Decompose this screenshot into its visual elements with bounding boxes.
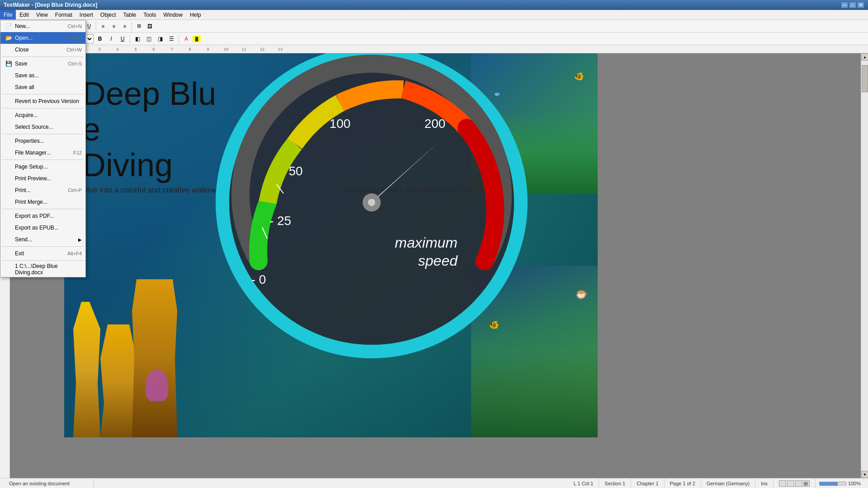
menu-exit[interactable]: Exit Alt+F4 bbox=[0, 248, 85, 259]
menu-select-source[interactable]: Select Source... bbox=[0, 121, 85, 133]
view-normal-button[interactable] bbox=[779, 480, 786, 487]
menu-file[interactable]: File bbox=[0, 10, 16, 19]
underline-format-button[interactable]: U bbox=[118, 34, 127, 43]
menu-close-label: Close bbox=[15, 47, 66, 53]
menu-page-setup[interactable]: Page Setup... bbox=[0, 161, 85, 173]
insert-image-button[interactable]: 🖼 bbox=[145, 21, 155, 31]
svg-text:100: 100 bbox=[330, 117, 351, 131]
document-page: 🐠 🐟 🐡 🐠 Deep Blu e Diving bbox=[64, 53, 598, 437]
align-left-button[interactable]: ≡ bbox=[98, 21, 108, 31]
title-line2: e bbox=[82, 112, 216, 147]
align-left-fmt-button[interactable]: ◧ bbox=[132, 34, 142, 43]
print-preview-icon bbox=[4, 174, 13, 183]
maximize-button[interactable]: □ bbox=[849, 2, 856, 8]
menu-export-epub[interactable]: Export as EPUB... bbox=[0, 222, 85, 234]
toolbar-sep-3 bbox=[96, 22, 96, 31]
view-outline-button[interactable] bbox=[787, 480, 794, 487]
menu-open-shortcut: Ctrl+O bbox=[67, 35, 82, 41]
status-language-text: German (Germany) bbox=[707, 481, 750, 486]
scroll-thumb[interactable] bbox=[862, 65, 868, 92]
bold-format-button[interactable]: B bbox=[95, 34, 105, 43]
exit-icon bbox=[4, 249, 13, 258]
menu-exit-label: Exit bbox=[15, 250, 67, 257]
menu-bar: File Edit View Format Insert Object Tabl… bbox=[0, 10, 868, 20]
save-icon: 💾 bbox=[4, 59, 13, 68]
menu-file-manager[interactable]: File Manager... F12 bbox=[0, 147, 85, 159]
view-web-button[interactable] bbox=[795, 480, 802, 487]
menu-print-preview[interactable]: Print Preview... bbox=[0, 173, 85, 184]
send-arrow-icon: ▶ bbox=[78, 237, 82, 242]
status-position-text: L 1 Col 1 bbox=[574, 481, 594, 486]
file-manager-icon bbox=[4, 148, 13, 157]
menu-window[interactable]: Window bbox=[160, 10, 186, 19]
minimize-button[interactable]: — bbox=[841, 2, 848, 8]
tropical-fish-emoji: 🐡 bbox=[575, 288, 589, 301]
document-area: 🐠 🐟 🐡 🐠 Deep Blu e Diving bbox=[10, 53, 861, 478]
print-merge-icon bbox=[4, 197, 13, 206]
menu-sep-6 bbox=[2, 209, 84, 209]
menu-insert[interactable]: Insert bbox=[76, 10, 97, 19]
menu-export-pdf-label: Export as PDF... bbox=[15, 213, 82, 219]
status-chapter: Chapter 1 bbox=[631, 479, 664, 488]
speedometer: - 0 - 25 50 100 200 bbox=[213, 53, 530, 361]
menu-object[interactable]: Object bbox=[97, 10, 120, 19]
status-section: Section 1 bbox=[599, 479, 631, 488]
menu-close-shortcut: Ctrl+W bbox=[66, 47, 82, 52]
status-chapter-text: Chapter 1 bbox=[637, 481, 658, 486]
menu-save-label: Save bbox=[15, 61, 68, 67]
toolbar-sep-4 bbox=[132, 22, 132, 31]
svg-point-11 bbox=[368, 199, 375, 206]
close-button[interactable]: ✕ bbox=[857, 2, 864, 8]
menu-close[interactable]: Close Ctrl+W bbox=[0, 44, 85, 56]
zoom-control: 100% bbox=[816, 481, 864, 486]
svg-text:200: 200 bbox=[425, 117, 446, 131]
menu-print[interactable]: Print... Ctrl+P bbox=[0, 184, 85, 196]
menu-format[interactable]: Format bbox=[52, 10, 76, 19]
scroll-up-button[interactable]: ▲ bbox=[861, 53, 868, 61]
insert-table-button[interactable]: ⊞ bbox=[134, 21, 144, 31]
menu-export-pdf[interactable]: Export as PDF... bbox=[0, 210, 85, 222]
ruler-numbers: 1 2 3 4 5 6 7 8 9 10 11 12 13 bbox=[54, 47, 289, 52]
menu-recent-file[interactable]: 1 C:\...\Deep Blue Diving.docx bbox=[0, 262, 85, 277]
status-insert-text: Ins bbox=[761, 481, 768, 486]
menu-print-merge[interactable]: Print Merge... bbox=[0, 196, 85, 208]
menu-properties[interactable]: Properties... bbox=[0, 135, 85, 147]
menu-save-as[interactable]: Save as... bbox=[0, 70, 85, 81]
menu-save[interactable]: 💾 Save Ctrl+S bbox=[0, 58, 85, 70]
highlight-button[interactable]: ▓ bbox=[193, 36, 201, 42]
menu-view[interactable]: View bbox=[33, 10, 52, 19]
menu-help[interactable]: Help bbox=[186, 10, 205, 19]
align-right-button[interactable]: ≡ bbox=[120, 21, 130, 31]
align-right-fmt-button[interactable]: ◨ bbox=[155, 34, 165, 43]
menu-new[interactable]: 📄 New... Ctrl+N bbox=[0, 20, 85, 32]
background-image: 🐠 🐟 🐡 🐠 Deep Blu e Diving bbox=[64, 53, 598, 437]
ruler: 1 2 3 4 5 6 7 8 9 10 11 12 13 bbox=[0, 45, 868, 53]
open-icon: 📂 bbox=[4, 33, 13, 42]
fmt-sep-1 bbox=[130, 34, 130, 43]
zoom-slider[interactable] bbox=[819, 482, 846, 485]
menu-print-preview-label: Print Preview... bbox=[15, 175, 82, 182]
status-message: Open an existing document bbox=[4, 479, 94, 488]
menu-sep-8 bbox=[2, 260, 84, 261]
menu-table[interactable]: Table bbox=[120, 10, 140, 19]
menu-sep-3 bbox=[2, 108, 84, 108]
status-position: L 1 Col 1 bbox=[568, 479, 599, 488]
menu-save-all[interactable]: Save all bbox=[0, 81, 85, 93]
window-controls: — □ ✕ bbox=[841, 2, 864, 8]
justify-fmt-button[interactable]: ☰ bbox=[166, 34, 176, 43]
menu-edit[interactable]: Edit bbox=[16, 10, 33, 19]
menu-revert[interactable]: Revert to Previous Version bbox=[0, 95, 85, 107]
menu-tools[interactable]: Tools bbox=[140, 10, 160, 19]
align-center-button[interactable]: ≡ bbox=[109, 21, 119, 31]
vertical-scrollbar[interactable]: ▲ ▼ bbox=[861, 53, 868, 478]
menu-page-setup-label: Page Setup... bbox=[15, 164, 82, 170]
italic-format-button[interactable]: I bbox=[106, 34, 116, 43]
menu-open[interactable]: 📂 Open... Ctrl+O bbox=[0, 32, 85, 44]
scroll-down-button[interactable]: ▼ bbox=[861, 471, 868, 478]
view-fullscreen-button[interactable]: ⊞ bbox=[803, 480, 810, 487]
font-color-button[interactable]: A bbox=[181, 34, 191, 43]
menu-save-shortcut: Ctrl+S bbox=[68, 61, 82, 66]
menu-send[interactable]: Send... ▶ bbox=[0, 234, 85, 245]
align-center-fmt-button[interactable]: ◫ bbox=[144, 34, 154, 43]
menu-acquire[interactable]: Acquire... bbox=[0, 109, 85, 121]
